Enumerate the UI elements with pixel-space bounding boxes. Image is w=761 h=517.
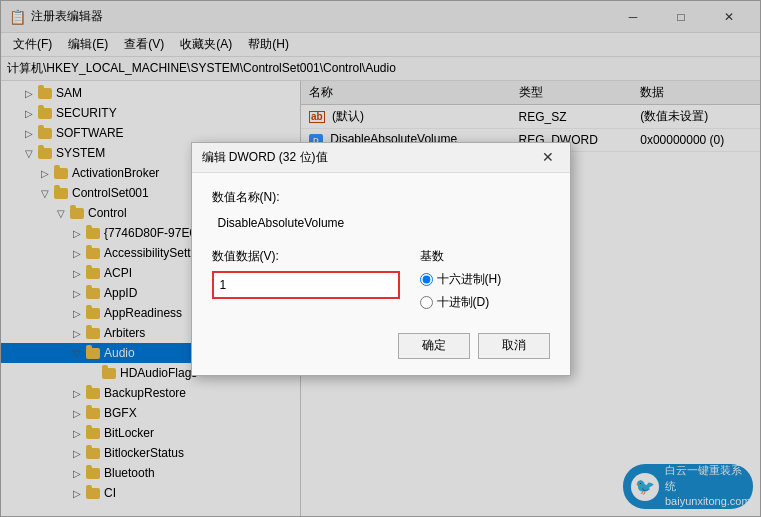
radio-dec-label: 十进制(D) xyxy=(437,294,490,311)
radio-group: 十六进制(H) 十进制(D) xyxy=(420,271,550,311)
dialog-left: 数值数据(V): xyxy=(212,248,400,299)
radio-hex-label: 十六进制(H) xyxy=(437,271,502,288)
dialog-overlay: 编辑 DWORD (32 位)值 ✕ 数值名称(N): DisableAbsol… xyxy=(0,0,761,517)
dialog-row: 数值数据(V): 基数 十六进制(H) 十进制(D) xyxy=(212,248,550,317)
value-data-input[interactable] xyxy=(212,271,400,299)
value-name-label: 数值名称(N): xyxy=(212,189,550,206)
dialog-body: 数值名称(N): DisableAbsoluteVolume 数值数据(V): … xyxy=(192,173,570,375)
value-name-display: DisableAbsoluteVolume xyxy=(212,212,550,234)
dialog-buttons: 确定 取消 xyxy=(212,333,550,359)
dialog-close-button[interactable]: ✕ xyxy=(536,145,560,169)
base-label: 基数 xyxy=(420,248,550,265)
cancel-button[interactable]: 取消 xyxy=(478,333,550,359)
radio-dec-option[interactable]: 十进制(D) xyxy=(420,294,550,311)
radio-hex-option[interactable]: 十六进制(H) xyxy=(420,271,550,288)
ok-button[interactable]: 确定 xyxy=(398,333,470,359)
radio-dec-input[interactable] xyxy=(420,296,433,309)
dialog-title-bar: 编辑 DWORD (32 位)值 ✕ xyxy=(192,143,570,173)
radio-hex-input[interactable] xyxy=(420,273,433,286)
dialog-right: 基数 十六进制(H) 十进制(D) xyxy=(420,248,550,317)
edit-dword-dialog: 编辑 DWORD (32 位)值 ✕ 数值名称(N): DisableAbsol… xyxy=(191,142,571,376)
value-data-label: 数值数据(V): xyxy=(212,248,400,265)
dialog-title-text: 编辑 DWORD (32 位)值 xyxy=(202,149,536,166)
